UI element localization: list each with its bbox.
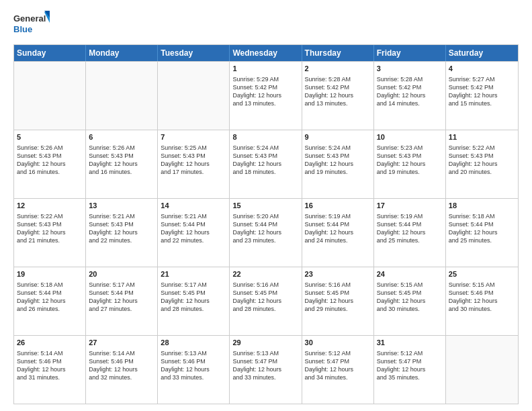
week-row-2: 5Sunrise: 5:26 AMSunset: 5:43 PMDaylight… bbox=[14, 130, 518, 198]
day-info: Sunrise: 5:23 AMSunset: 5:43 PMDaylight:… bbox=[377, 144, 443, 177]
svg-text:General: General bbox=[13, 13, 46, 24]
day-header-tuesday: Tuesday bbox=[158, 45, 230, 61]
day-number: 17 bbox=[377, 201, 443, 211]
table-row bbox=[446, 336, 518, 404]
day-info: Sunrise: 5:26 AMSunset: 5:43 PMDaylight:… bbox=[17, 144, 83, 177]
day-info: Sunrise: 5:28 AMSunset: 5:42 PMDaylight:… bbox=[305, 75, 371, 108]
table-row: 22Sunrise: 5:16 AMSunset: 5:45 PMDayligh… bbox=[230, 267, 302, 335]
day-number: 30 bbox=[305, 338, 371, 348]
day-number: 31 bbox=[377, 338, 443, 348]
day-header-sunday: Sunday bbox=[14, 45, 86, 61]
table-row: 15Sunrise: 5:20 AMSunset: 5:44 PMDayligh… bbox=[230, 199, 302, 267]
day-info: Sunrise: 5:15 AMSunset: 5:45 PMDaylight:… bbox=[377, 281, 443, 314]
day-header-thursday: Thursday bbox=[302, 45, 374, 61]
day-info: Sunrise: 5:18 AMSunset: 5:44 PMDaylight:… bbox=[17, 281, 83, 314]
day-info: Sunrise: 5:29 AMSunset: 5:42 PMDaylight:… bbox=[232, 75, 298, 108]
day-info: Sunrise: 5:22 AMSunset: 5:43 PMDaylight:… bbox=[449, 144, 515, 177]
day-number: 22 bbox=[232, 269, 298, 279]
week-row-1: 1Sunrise: 5:29 AMSunset: 5:42 PMDaylight… bbox=[14, 61, 518, 130]
day-info: Sunrise: 5:22 AMSunset: 5:43 PMDaylight:… bbox=[17, 212, 83, 245]
table-row: 18Sunrise: 5:18 AMSunset: 5:44 PMDayligh… bbox=[446, 199, 518, 267]
table-row: 11Sunrise: 5:22 AMSunset: 5:43 PMDayligh… bbox=[446, 130, 518, 198]
day-info: Sunrise: 5:24 AMSunset: 5:43 PMDaylight:… bbox=[305, 144, 371, 177]
table-row: 21Sunrise: 5:17 AMSunset: 5:45 PMDayligh… bbox=[158, 267, 230, 335]
day-number: 14 bbox=[161, 201, 226, 211]
table-row: 16Sunrise: 5:19 AMSunset: 5:44 PMDayligh… bbox=[302, 199, 374, 267]
day-number: 15 bbox=[232, 201, 298, 211]
day-header-monday: Monday bbox=[86, 45, 158, 61]
table-row: 14Sunrise: 5:21 AMSunset: 5:44 PMDayligh… bbox=[158, 199, 230, 267]
day-number: 5 bbox=[17, 132, 83, 142]
calendar: SundayMondayTuesdayWednesdayThursdayFrid… bbox=[13, 44, 519, 404]
day-number: 19 bbox=[17, 269, 83, 279]
day-info: Sunrise: 5:24 AMSunset: 5:43 PMDaylight:… bbox=[232, 144, 298, 177]
day-number: 11 bbox=[449, 132, 515, 142]
table-row bbox=[158, 62, 230, 130]
day-info: Sunrise: 5:16 AMSunset: 5:45 PMDaylight:… bbox=[232, 281, 298, 314]
day-number: 28 bbox=[161, 338, 226, 348]
table-row: 28Sunrise: 5:13 AMSunset: 5:46 PMDayligh… bbox=[158, 336, 230, 404]
page: General Blue SundayMondayTuesdayWednesda… bbox=[0, 0, 532, 411]
table-row: 4Sunrise: 5:27 AMSunset: 5:42 PMDaylight… bbox=[446, 62, 518, 130]
table-row: 27Sunrise: 5:14 AMSunset: 5:46 PMDayligh… bbox=[86, 336, 158, 404]
day-number: 16 bbox=[305, 201, 371, 211]
day-info: Sunrise: 5:17 AMSunset: 5:45 PMDaylight:… bbox=[161, 281, 226, 314]
day-number: 10 bbox=[377, 132, 443, 142]
week-row-4: 19Sunrise: 5:18 AMSunset: 5:44 PMDayligh… bbox=[14, 267, 518, 335]
day-number: 21 bbox=[161, 269, 226, 279]
day-number: 26 bbox=[17, 338, 83, 348]
day-info: Sunrise: 5:14 AMSunset: 5:46 PMDaylight:… bbox=[89, 349, 154, 382]
day-info: Sunrise: 5:27 AMSunset: 5:42 PMDaylight:… bbox=[449, 75, 515, 108]
calendar-body: 1Sunrise: 5:29 AMSunset: 5:42 PMDaylight… bbox=[14, 61, 518, 404]
table-row: 3Sunrise: 5:28 AMSunset: 5:42 PMDaylight… bbox=[374, 62, 446, 130]
day-info: Sunrise: 5:12 AMSunset: 5:47 PMDaylight:… bbox=[305, 349, 371, 382]
table-row: 9Sunrise: 5:24 AMSunset: 5:43 PMDaylight… bbox=[302, 130, 374, 198]
table-row: 12Sunrise: 5:22 AMSunset: 5:43 PMDayligh… bbox=[14, 199, 86, 267]
day-info: Sunrise: 5:13 AMSunset: 5:46 PMDaylight:… bbox=[161, 349, 226, 382]
day-header-wednesday: Wednesday bbox=[230, 45, 302, 61]
day-header-friday: Friday bbox=[374, 45, 446, 61]
table-row: 30Sunrise: 5:12 AMSunset: 5:47 PMDayligh… bbox=[302, 336, 374, 404]
table-row: 25Sunrise: 5:15 AMSunset: 5:46 PMDayligh… bbox=[446, 267, 518, 335]
calendar-header: SundayMondayTuesdayWednesdayThursdayFrid… bbox=[14, 45, 518, 61]
day-number: 8 bbox=[232, 132, 298, 142]
week-row-5: 26Sunrise: 5:14 AMSunset: 5:46 PMDayligh… bbox=[14, 335, 518, 404]
logo-svg: General Blue bbox=[13, 11, 50, 38]
table-row: 19Sunrise: 5:18 AMSunset: 5:44 PMDayligh… bbox=[14, 267, 86, 335]
day-info: Sunrise: 5:13 AMSunset: 5:47 PMDaylight:… bbox=[232, 349, 298, 382]
day-number: 24 bbox=[377, 269, 443, 279]
day-number: 27 bbox=[89, 338, 154, 348]
week-row-3: 12Sunrise: 5:22 AMSunset: 5:43 PMDayligh… bbox=[14, 198, 518, 267]
table-row: 7Sunrise: 5:25 AMSunset: 5:43 PMDaylight… bbox=[158, 130, 230, 198]
day-number: 1 bbox=[232, 64, 298, 74]
day-info: Sunrise: 5:21 AMSunset: 5:43 PMDaylight:… bbox=[89, 212, 154, 245]
logo: General Blue bbox=[13, 11, 50, 38]
day-number: 20 bbox=[89, 269, 154, 279]
day-info: Sunrise: 5:12 AMSunset: 5:47 PMDaylight:… bbox=[377, 349, 443, 382]
table-row: 24Sunrise: 5:15 AMSunset: 5:45 PMDayligh… bbox=[374, 267, 446, 335]
table-row: 8Sunrise: 5:24 AMSunset: 5:43 PMDaylight… bbox=[230, 130, 302, 198]
day-info: Sunrise: 5:16 AMSunset: 5:45 PMDaylight:… bbox=[305, 281, 371, 314]
day-number: 4 bbox=[449, 64, 515, 74]
table-row bbox=[86, 62, 158, 130]
day-info: Sunrise: 5:18 AMSunset: 5:44 PMDaylight:… bbox=[449, 212, 515, 245]
table-row: 31Sunrise: 5:12 AMSunset: 5:47 PMDayligh… bbox=[374, 336, 446, 404]
day-number: 2 bbox=[305, 64, 371, 74]
day-info: Sunrise: 5:19 AMSunset: 5:44 PMDaylight:… bbox=[305, 212, 371, 245]
svg-text:Blue: Blue bbox=[13, 24, 32, 34]
table-row: 26Sunrise: 5:14 AMSunset: 5:46 PMDayligh… bbox=[14, 336, 86, 404]
day-number: 6 bbox=[89, 132, 154, 142]
table-row: 20Sunrise: 5:17 AMSunset: 5:44 PMDayligh… bbox=[86, 267, 158, 335]
day-info: Sunrise: 5:20 AMSunset: 5:44 PMDaylight:… bbox=[232, 212, 298, 245]
day-info: Sunrise: 5:21 AMSunset: 5:44 PMDaylight:… bbox=[161, 212, 226, 245]
day-number: 7 bbox=[161, 132, 226, 142]
table-row: 29Sunrise: 5:13 AMSunset: 5:47 PMDayligh… bbox=[230, 336, 302, 404]
day-info: Sunrise: 5:26 AMSunset: 5:43 PMDaylight:… bbox=[89, 144, 154, 177]
table-row: 2Sunrise: 5:28 AMSunset: 5:42 PMDaylight… bbox=[302, 62, 374, 130]
table-row: 10Sunrise: 5:23 AMSunset: 5:43 PMDayligh… bbox=[374, 130, 446, 198]
day-info: Sunrise: 5:14 AMSunset: 5:46 PMDaylight:… bbox=[17, 349, 83, 382]
day-number: 29 bbox=[232, 338, 298, 348]
table-row: 6Sunrise: 5:26 AMSunset: 5:43 PMDaylight… bbox=[86, 130, 158, 198]
day-number: 18 bbox=[449, 201, 515, 211]
day-number: 13 bbox=[89, 201, 154, 211]
